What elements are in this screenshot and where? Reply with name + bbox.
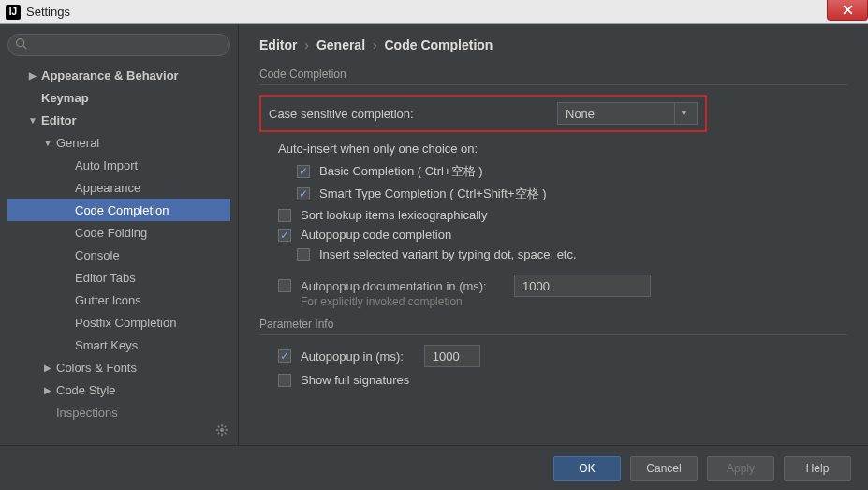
search-wrap	[7, 34, 230, 56]
svg-line-1	[23, 46, 26, 49]
autopopup-doc-row: Autopopup documentation in (ms):	[278, 275, 847, 297]
show-full-signatures-checkbox[interactable]	[278, 374, 291, 387]
tree-item-postfix-completion[interactable]: Postfix Completion	[7, 311, 230, 334]
insert-variant-row[interactable]: Insert selected variant by typing dot, s…	[297, 247, 847, 261]
settings-sidebar: ▶Appearance & BehaviorKeymap▼Editor▼Gene…	[0, 24, 239, 445]
tree-item-label: Code Folding	[73, 226, 147, 240]
case-sensitive-value: None	[566, 107, 595, 121]
close-button[interactable]	[827, 0, 868, 21]
sort-lexicographically-row[interactable]: Sort lookup items lexicographically	[278, 208, 847, 222]
tree-item-general[interactable]: ▼General	[7, 131, 230, 154]
chevron-right-icon: ▶	[26, 70, 39, 81]
tree-item-console[interactable]: Console	[7, 244, 230, 266]
tree-item-colors-fonts[interactable]: ▶Colors & Fonts	[7, 356, 230, 379]
tree-item-label: Gutter Icons	[73, 293, 141, 307]
autopopup-code-label: Autopopup code completion	[301, 228, 451, 242]
cancel-button[interactable]: Cancel	[630, 456, 698, 481]
smart-completion-label: Smart Type Completion ( Ctrl+Shift+空格 )	[319, 186, 547, 202]
search-input[interactable]	[7, 34, 230, 56]
titlebar: IJ Settings	[0, 0, 868, 24]
tree-item-gutter-icons[interactable]: Gutter Icons	[7, 289, 230, 311]
tree-item-code-completion[interactable]: Code Completion	[7, 199, 230, 221]
tree-item-keymap[interactable]: Keymap	[7, 86, 230, 109]
tree-item-smart-keys[interactable]: Smart Keys	[7, 334, 230, 356]
section-divider	[259, 334, 847, 335]
tree-item-code-folding[interactable]: Code Folding	[7, 221, 230, 244]
param-autopopup-label: Autopopup in (ms):	[301, 349, 404, 364]
svg-line-9	[218, 433, 220, 435]
param-autopopup-row[interactable]: Autopopup in (ms):	[278, 345, 847, 367]
tree-item-label: Editor	[39, 113, 77, 127]
section-parameter-info-title: Parameter Info	[259, 318, 847, 331]
settings-tree[interactable]: ▶Appearance & BehaviorKeymap▼Editor▼Gene…	[7, 64, 230, 445]
svg-line-10	[225, 426, 227, 428]
tree-item-label: Postfix Completion	[73, 316, 176, 330]
autopopup-code-row[interactable]: Autopopup code completion	[278, 228, 847, 242]
case-sensitive-row-highlight: Case sensitive completion: None ▼	[259, 95, 707, 132]
param-autopopup-checkbox[interactable]	[278, 349, 291, 363]
autopopup-doc-input[interactable]	[514, 275, 651, 297]
breadcrumb-sep: ›	[304, 37, 309, 52]
svg-point-2	[220, 428, 224, 432]
chevron-down-icon: ▼	[674, 103, 693, 124]
tree-item-code-style[interactable]: ▶Code Style	[7, 379, 230, 401]
tree-item-label: Colors & Fonts	[54, 361, 137, 375]
tree-item-inspections[interactable]: Inspections	[7, 401, 230, 423]
show-full-signatures-row[interactable]: Show full signatures	[278, 373, 847, 387]
show-full-signatures-label: Show full signatures	[301, 373, 409, 387]
tree-item-auto-import[interactable]: Auto Import	[7, 154, 230, 176]
dialog-footer: OK Cancel Apply Help	[0, 445, 868, 490]
insert-variant-label: Insert selected variant by typing dot, s…	[319, 247, 577, 261]
ok-button[interactable]: OK	[553, 456, 621, 481]
tree-item-label: General	[54, 136, 99, 150]
case-sensitive-select[interactable]: None ▼	[557, 102, 698, 125]
tree-item-label: Editor Tabs	[73, 271, 136, 285]
settings-content: Editor › General › Code Completion Code …	[239, 24, 868, 445]
chevron-right-icon: ▶	[41, 385, 54, 395]
breadcrumb-general[interactable]: General	[316, 37, 365, 52]
chevron-down-icon: ▼	[41, 138, 54, 148]
chevron-right-icon: ▶	[41, 363, 54, 373]
basic-completion-row[interactable]: Basic Completion ( Ctrl+空格 )	[297, 163, 847, 180]
breadcrumb-editor[interactable]: Editor	[259, 37, 297, 52]
close-icon	[843, 5, 853, 15]
tree-item-label: Keymap	[39, 91, 89, 105]
breadcrumb-codecompletion: Code Completion	[385, 37, 493, 52]
autopopup-doc-hint: For explicitly invoked completion	[301, 295, 847, 308]
sort-lexicographically-label: Sort lookup items lexicographically	[301, 208, 487, 222]
tree-item-label: Appearance	[73, 181, 140, 195]
autopopup-doc-checkbox[interactable]	[278, 279, 291, 292]
tree-item-label: Smart Keys	[73, 338, 138, 352]
tree-item-label: Inspections	[54, 406, 118, 420]
tree-item-appearance[interactable]: Appearance	[7, 176, 230, 199]
tree-item-appearance-behavior[interactable]: ▶Appearance & Behavior	[7, 64, 230, 86]
smart-completion-row[interactable]: Smart Type Completion ( Ctrl+Shift+空格 )	[297, 186, 847, 202]
section-divider	[259, 84, 847, 85]
apply-button[interactable]: Apply	[707, 456, 774, 481]
basic-completion-checkbox[interactable]	[297, 165, 310, 178]
app-icon: IJ	[6, 5, 21, 20]
auto-insert-subheader: Auto-insert when only one choice on:	[278, 141, 847, 156]
gear-icon[interactable]	[215, 423, 228, 439]
tree-item-label: Code Style	[54, 383, 116, 397]
main-area: ▶Appearance & BehaviorKeymap▼Editor▼Gene…	[0, 24, 868, 445]
tree-item-label: Console	[73, 248, 120, 262]
case-sensitive-label: Case sensitive completion:	[269, 107, 414, 121]
autopopup-code-checkbox[interactable]	[278, 229, 291, 242]
section-code-completion-title: Code Completion	[259, 67, 847, 81]
autopopup-doc-label: Autopopup documentation in (ms):	[301, 279, 487, 293]
smart-completion-checkbox[interactable]	[297, 187, 310, 200]
tree-item-editor[interactable]: ▼Editor	[7, 109, 230, 131]
breadcrumb: Editor › General › Code Completion	[259, 37, 847, 52]
window-title: Settings	[26, 5, 70, 19]
help-button[interactable]: Help	[784, 456, 851, 481]
param-autopopup-input[interactable]	[424, 345, 480, 367]
chevron-down-icon: ▼	[26, 115, 39, 126]
svg-point-0	[17, 39, 24, 47]
tree-item-editor-tabs[interactable]: Editor Tabs	[7, 266, 230, 289]
insert-variant-checkbox[interactable]	[297, 248, 310, 261]
tree-item-label: Appearance & Behavior	[39, 68, 179, 82]
sort-lexicographically-checkbox[interactable]	[278, 209, 291, 222]
tree-item-label: Code Completion	[73, 203, 169, 217]
search-icon	[15, 37, 27, 52]
